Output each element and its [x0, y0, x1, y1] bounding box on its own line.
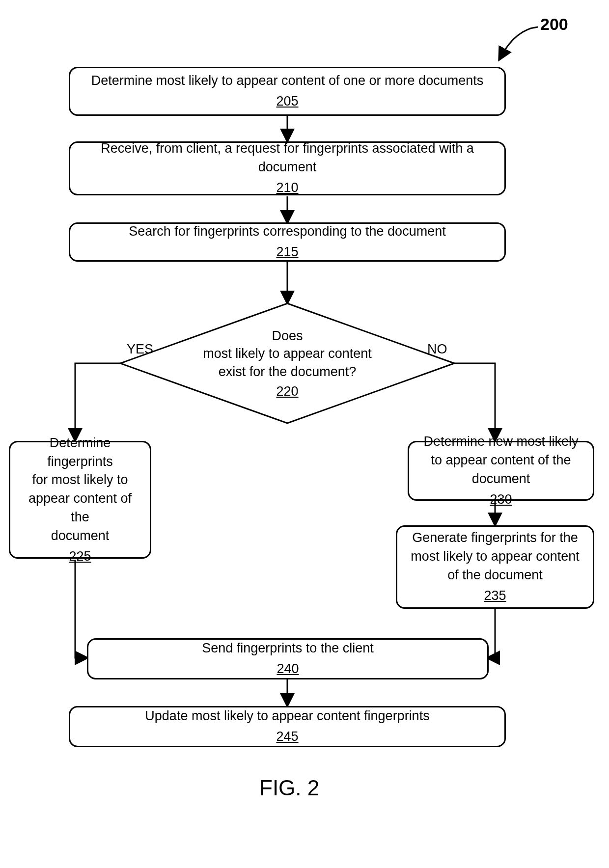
- box-line: Determine fingerprints: [18, 434, 142, 471]
- box-ref: 225: [69, 547, 91, 566]
- box-text: Determine new most likely to appear cont…: [417, 433, 585, 488]
- box-text: Send fingerprints to the client: [202, 639, 374, 658]
- process-box-235: Generate fingerprints for the most likel…: [396, 525, 594, 609]
- box-ref: 210: [276, 179, 298, 197]
- diamond-ref: 220: [276, 382, 298, 400]
- box-text: Generate fingerprints for the most likel…: [405, 529, 585, 584]
- decision-no-label: NO: [427, 342, 447, 357]
- box-ref: 235: [484, 587, 506, 605]
- process-box-225: Determine fingerprints for most likely t…: [9, 441, 151, 559]
- box-text: Update most likely to appear content fin…: [145, 707, 429, 726]
- decision-diamond-220: Does most likely to appear content exist…: [177, 327, 398, 401]
- process-box-215: Search for fingerprints corresponding to…: [69, 222, 506, 262]
- box-text: Receive, from client, a request for fing…: [78, 139, 497, 177]
- box-ref: 240: [277, 660, 299, 678]
- box-line: appear content of the: [18, 489, 142, 527]
- box-ref: 230: [490, 490, 512, 509]
- decision-yes-label: YES: [127, 342, 153, 357]
- process-box-205: Determine most likely to appear content …: [69, 67, 506, 116]
- diamond-line: Does: [272, 327, 303, 345]
- box-text: Determine most likely to appear content …: [91, 72, 483, 90]
- box-line: document: [51, 527, 110, 545]
- box-ref: 215: [276, 243, 298, 262]
- process-box-245: Update most likely to appear content fin…: [69, 706, 506, 747]
- diamond-line: most likely to appear content: [203, 345, 372, 362]
- box-ref: 245: [276, 728, 298, 746]
- box-line: for most likely to: [32, 471, 128, 489]
- box-text: Search for fingerprints corresponding to…: [129, 222, 445, 241]
- process-box-230: Determine new most likely to appear cont…: [408, 441, 594, 501]
- box-ref: 205: [276, 92, 298, 111]
- process-box-240: Send fingerprints to the client 240: [87, 638, 489, 679]
- diamond-line: exist for the document?: [219, 363, 357, 380]
- process-box-210: Receive, from client, a request for fing…: [69, 141, 506, 195]
